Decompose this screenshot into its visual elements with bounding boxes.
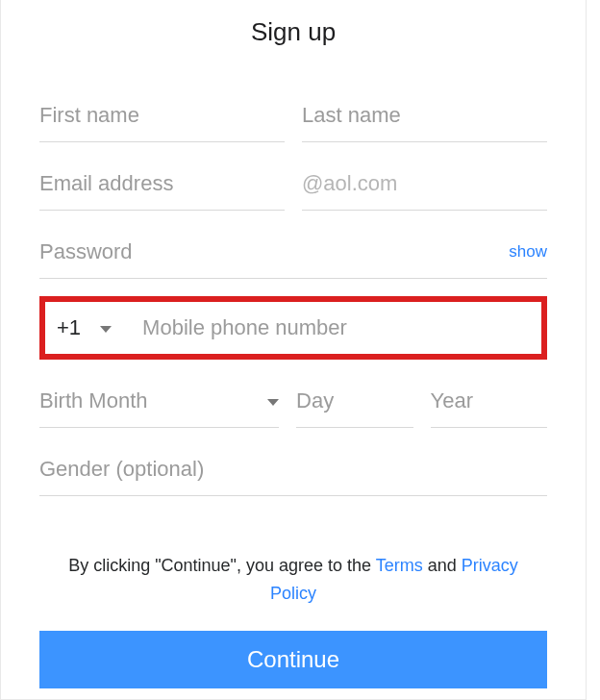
- birth-day-placeholder: Day: [296, 388, 334, 412]
- chevron-down-icon: [267, 399, 279, 406]
- page-title: Sign up: [39, 17, 547, 47]
- password-show-toggle[interactable]: show: [509, 242, 547, 262]
- gender-field[interactable]: Gender (optional): [39, 445, 547, 496]
- email-row: Email address @aol.com: [39, 160, 547, 211]
- birth-day-field[interactable]: Day: [296, 377, 412, 428]
- chevron-down-icon: [100, 326, 112, 333]
- legal-text: By clicking "Continue", you agree to the…: [39, 552, 547, 608]
- password-placeholder: Password: [39, 239, 133, 264]
- birth-month-placeholder: Birth Month: [39, 388, 148, 413]
- signup-card: Sign up First name Last name Email addre…: [0, 0, 587, 700]
- email-domain-field: @aol.com: [302, 160, 547, 211]
- legal-prefix: By clicking "Continue", you agree to the: [68, 556, 376, 575]
- birth-year-field[interactable]: Year: [431, 377, 547, 428]
- last-name-field[interactable]: Last name: [302, 91, 547, 142]
- continue-button[interactable]: Continue: [39, 631, 547, 688]
- birth-year-placeholder: Year: [431, 388, 473, 412]
- birth-month-select[interactable]: Birth Month: [39, 377, 279, 428]
- legal-and: and: [423, 556, 462, 575]
- phone-placeholder: Mobile phone number: [142, 315, 347, 339]
- last-name-placeholder: Last name: [302, 103, 401, 127]
- email-placeholder: Email address: [39, 171, 173, 195]
- email-field[interactable]: Email address: [39, 160, 285, 211]
- first-name-placeholder: First name: [39, 103, 139, 127]
- email-domain-text: @aol.com: [302, 171, 397, 195]
- phone-number-field[interactable]: Mobile phone number: [119, 315, 530, 340]
- first-name-field[interactable]: First name: [39, 91, 285, 142]
- country-code-value: +1: [57, 315, 81, 340]
- terms-link[interactable]: Terms: [376, 556, 423, 575]
- name-row: First name Last name: [39, 91, 547, 142]
- birthdate-row: Birth Month Day Year: [39, 377, 547, 428]
- gender-placeholder: Gender (optional): [39, 457, 204, 481]
- phone-highlight-box: +1 Mobile phone number: [39, 296, 547, 360]
- country-code-select[interactable]: +1: [51, 315, 119, 340]
- password-field[interactable]: Password show: [39, 228, 547, 279]
